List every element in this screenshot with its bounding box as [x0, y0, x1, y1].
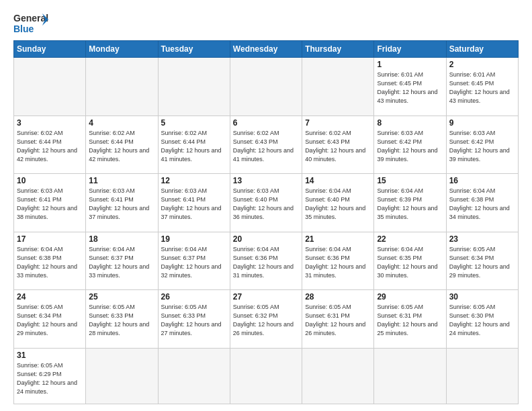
day-number: 17: [17, 234, 83, 244]
day-number: 14: [305, 176, 371, 185]
day-info: Sunrise: 6:02 AM Sunset: 6:44 PM Dayligh…: [89, 129, 154, 164]
calendar-cell: 21Sunrise: 6:04 AM Sunset: 6:36 PM Dayli…: [302, 232, 374, 290]
calendar-cell: 7Sunrise: 6:02 AM Sunset: 6:43 PM Daylig…: [302, 116, 374, 174]
day-number: 6: [233, 118, 299, 128]
calendar-cell: 3Sunrise: 6:02 AM Sunset: 6:44 PM Daylig…: [14, 116, 86, 174]
day-info: Sunrise: 6:04 AM Sunset: 6:37 PM Dayligh…: [161, 245, 227, 280]
calendar-week-row: 10Sunrise: 6:03 AM Sunset: 6:41 PM Dayli…: [14, 174, 519, 232]
calendar-week-row: 31Sunrise: 6:05 AM Sunset: 6:29 PM Dayli…: [14, 348, 519, 404]
day-info: Sunrise: 6:01 AM Sunset: 6:45 PM Dayligh…: [377, 71, 443, 105]
day-number: 19: [161, 234, 227, 244]
calendar-cell: [230, 348, 302, 404]
day-number: 18: [89, 234, 154, 244]
calendar-cell: 28Sunrise: 6:05 AM Sunset: 6:31 PM Dayli…: [302, 290, 374, 349]
calendar-cell: 8Sunrise: 6:03 AM Sunset: 6:42 PM Daylig…: [374, 116, 446, 174]
calendar-cell: 26Sunrise: 6:05 AM Sunset: 6:33 PM Dayli…: [158, 290, 230, 349]
calendar-cell: 20Sunrise: 6:04 AM Sunset: 6:36 PM Dayli…: [230, 232, 302, 290]
weekday-header-thursday: Thursday: [302, 41, 374, 58]
calendar-week-row: 24Sunrise: 6:05 AM Sunset: 6:34 PM Dayli…: [14, 290, 519, 349]
day-info: Sunrise: 6:04 AM Sunset: 6:39 PM Dayligh…: [377, 187, 443, 222]
calendar-cell: [14, 58, 86, 116]
calendar-cell: 22Sunrise: 6:04 AM Sunset: 6:35 PM Dayli…: [374, 232, 446, 290]
day-number: 8: [377, 118, 443, 128]
calendar-week-row: 1Sunrise: 6:01 AM Sunset: 6:45 PM Daylig…: [14, 58, 519, 116]
day-info: Sunrise: 6:03 AM Sunset: 6:40 PM Dayligh…: [233, 187, 299, 222]
day-info: Sunrise: 6:05 AM Sunset: 6:33 PM Dayligh…: [161, 303, 227, 338]
day-info: Sunrise: 6:04 AM Sunset: 6:40 PM Dayligh…: [305, 187, 371, 222]
calendar-cell: 4Sunrise: 6:02 AM Sunset: 6:44 PM Daylig…: [86, 116, 158, 174]
day-number: 28: [305, 292, 371, 302]
day-info: Sunrise: 6:04 AM Sunset: 6:38 PM Dayligh…: [17, 245, 83, 280]
calendar-cell: 12Sunrise: 6:03 AM Sunset: 6:41 PM Dayli…: [158, 174, 230, 232]
day-number: 15: [377, 176, 443, 185]
calendar-cell: 29Sunrise: 6:05 AM Sunset: 6:31 PM Dayli…: [374, 290, 446, 349]
calendar-cell: 14Sunrise: 6:04 AM Sunset: 6:40 PM Dayli…: [302, 174, 374, 232]
day-info: Sunrise: 6:04 AM Sunset: 6:36 PM Dayligh…: [233, 245, 299, 280]
day-info: Sunrise: 6:01 AM Sunset: 6:45 PM Dayligh…: [449, 71, 515, 105]
day-number: 27: [233, 292, 299, 302]
page: General Blue SundayMondayTuesdayWednesda…: [0, 0, 532, 411]
calendar-cell: 5Sunrise: 6:02 AM Sunset: 6:44 PM Daylig…: [158, 116, 230, 174]
day-info: Sunrise: 6:04 AM Sunset: 6:38 PM Dayligh…: [449, 187, 515, 222]
day-info: Sunrise: 6:03 AM Sunset: 6:42 PM Dayligh…: [449, 129, 515, 164]
day-info: Sunrise: 6:05 AM Sunset: 6:32 PM Dayligh…: [233, 303, 299, 338]
day-number: 31: [17, 351, 83, 360]
day-number: 24: [17, 292, 83, 302]
calendar-cell: [158, 58, 230, 116]
calendar-cell: 11Sunrise: 6:03 AM Sunset: 6:41 PM Dayli…: [86, 174, 158, 232]
day-number: 4: [89, 118, 154, 128]
calendar-cell: 25Sunrise: 6:05 AM Sunset: 6:33 PM Dayli…: [86, 290, 158, 349]
day-info: Sunrise: 6:04 AM Sunset: 6:37 PM Dayligh…: [89, 245, 154, 280]
logo: General Blue: [13, 11, 48, 36]
day-number: 21: [305, 234, 371, 244]
day-number: 16: [449, 176, 515, 185]
day-number: 3: [17, 118, 83, 128]
calendar-cell: 31Sunrise: 6:05 AM Sunset: 6:29 PM Dayli…: [14, 348, 86, 404]
logo-svg: General Blue: [13, 11, 48, 36]
weekday-header-friday: Friday: [374, 41, 446, 58]
day-info: Sunrise: 6:04 AM Sunset: 6:36 PM Dayligh…: [305, 245, 371, 280]
weekday-header-sunday: Sunday: [14, 41, 86, 58]
day-number: 9: [449, 118, 515, 128]
day-number: 25: [89, 292, 154, 302]
day-info: Sunrise: 6:03 AM Sunset: 6:41 PM Dayligh…: [89, 187, 154, 222]
calendar-cell: 1Sunrise: 6:01 AM Sunset: 6:45 PM Daylig…: [374, 58, 446, 116]
day-info: Sunrise: 6:03 AM Sunset: 6:42 PM Dayligh…: [377, 129, 443, 164]
calendar-cell: 30Sunrise: 6:05 AM Sunset: 6:30 PM Dayli…: [446, 290, 518, 349]
day-info: Sunrise: 6:03 AM Sunset: 6:41 PM Dayligh…: [161, 187, 227, 222]
calendar-cell: [86, 58, 158, 116]
weekday-header-tuesday: Tuesday: [158, 41, 230, 58]
weekday-header-monday: Monday: [86, 41, 158, 58]
svg-text:Blue: Blue: [13, 24, 34, 34]
day-info: Sunrise: 6:05 AM Sunset: 6:33 PM Dayligh…: [89, 303, 154, 338]
calendar-cell: 10Sunrise: 6:03 AM Sunset: 6:41 PM Dayli…: [14, 174, 86, 232]
day-number: 23: [449, 234, 515, 244]
calendar-cell: [374, 348, 446, 404]
day-number: 13: [233, 176, 299, 185]
weekday-header-saturday: Saturday: [446, 41, 518, 58]
day-info: Sunrise: 6:02 AM Sunset: 6:44 PM Dayligh…: [17, 129, 83, 164]
calendar-cell: [158, 348, 230, 404]
day-number: 22: [377, 234, 443, 244]
calendar-cell: 16Sunrise: 6:04 AM Sunset: 6:38 PM Dayli…: [446, 174, 518, 232]
calendar-cell: 17Sunrise: 6:04 AM Sunset: 6:38 PM Dayli…: [14, 232, 86, 290]
day-number: 20: [233, 234, 299, 244]
calendar-cell: [302, 348, 374, 404]
calendar-table: SundayMondayTuesdayWednesdayThursdayFrid…: [13, 40, 519, 404]
calendar-cell: [86, 348, 158, 404]
day-info: Sunrise: 6:03 AM Sunset: 6:41 PM Dayligh…: [17, 187, 83, 222]
header: General Blue: [13, 11, 519, 36]
day-info: Sunrise: 6:02 AM Sunset: 6:43 PM Dayligh…: [233, 129, 299, 164]
calendar-cell: [302, 58, 374, 116]
day-number: 11: [89, 176, 154, 185]
calendar-cell: 27Sunrise: 6:05 AM Sunset: 6:32 PM Dayli…: [230, 290, 302, 349]
day-info: Sunrise: 6:04 AM Sunset: 6:35 PM Dayligh…: [377, 245, 443, 280]
day-number: 30: [449, 292, 515, 302]
calendar-cell: 24Sunrise: 6:05 AM Sunset: 6:34 PM Dayli…: [14, 290, 86, 349]
day-number: 1: [377, 60, 443, 69]
day-info: Sunrise: 6:05 AM Sunset: 6:34 PM Dayligh…: [17, 303, 83, 338]
day-info: Sunrise: 6:05 AM Sunset: 6:29 PM Dayligh…: [17, 361, 83, 396]
day-info: Sunrise: 6:05 AM Sunset: 6:31 PM Dayligh…: [377, 303, 443, 338]
calendar-week-row: 17Sunrise: 6:04 AM Sunset: 6:38 PM Dayli…: [14, 232, 519, 290]
day-info: Sunrise: 6:05 AM Sunset: 6:30 PM Dayligh…: [449, 303, 515, 338]
